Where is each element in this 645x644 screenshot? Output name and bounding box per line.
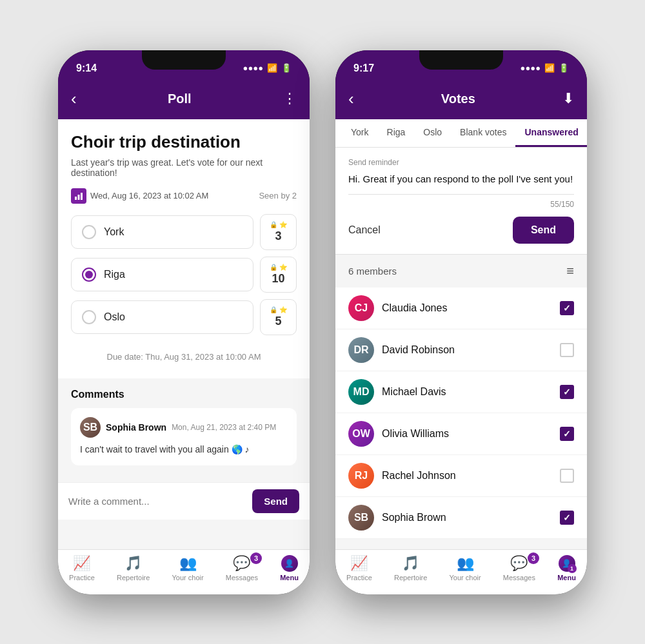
member-avatar-sophia: SB bbox=[348, 505, 374, 531]
nav-repertoire-label-1: Repertoire bbox=[117, 574, 150, 581]
seen-by: Seen by 2 bbox=[259, 191, 297, 200]
radio-oslo[interactable] bbox=[82, 310, 96, 324]
comment-input[interactable] bbox=[68, 496, 246, 507]
count-york: 🔒⭐ 3 bbox=[260, 214, 297, 250]
signal-icon: ●●●● bbox=[243, 63, 263, 73]
back-button[interactable]: ‹ bbox=[71, 89, 77, 109]
option-row-oslo[interactable]: Oslo 🔒⭐ 5 bbox=[71, 299, 297, 335]
reminder-actions: Cancel Send bbox=[348, 217, 574, 244]
svg-rect-1 bbox=[78, 195, 80, 200]
nav-repertoire-2[interactable]: 🎵 Repertoire bbox=[394, 555, 427, 581]
radio-york[interactable] bbox=[82, 225, 96, 239]
count-oslo-icons: 🔒⭐ bbox=[270, 306, 287, 313]
reminder-char-count: 55/150 bbox=[348, 200, 574, 209]
nav-choir-2[interactable]: 👥 Your choir bbox=[450, 555, 481, 581]
nav-repertoire-1[interactable]: 🎵 Repertoire bbox=[117, 555, 150, 581]
messages-badge-1: 3 bbox=[250, 552, 262, 564]
member-avatar-david: DR bbox=[348, 337, 374, 363]
count-riga: 🔒⭐ 10 bbox=[260, 257, 297, 293]
comment-avatar-1: SB bbox=[80, 417, 101, 438]
checkbox-sophia[interactable]: ✓ bbox=[560, 511, 574, 525]
member-name-olivia: Olivia Williams bbox=[382, 428, 449, 440]
checkbox-claudia[interactable]: ✓ bbox=[560, 301, 574, 315]
checkbox-david[interactable] bbox=[560, 343, 574, 357]
member-left-sophia: SB Sophia Brown bbox=[348, 505, 446, 531]
nav-choir-1[interactable]: 👥 Your choir bbox=[172, 555, 204, 581]
member-row-sophia: SB Sophia Brown ✓ bbox=[335, 497, 587, 539]
status-time-1: 9:14 bbox=[76, 63, 97, 74]
votes-scroll-content: Send reminder Hi. Great if you can respo… bbox=[335, 148, 587, 549]
checkbox-rachel[interactable] bbox=[560, 469, 574, 483]
member-avatar-olivia: OW bbox=[348, 421, 374, 447]
choir-icon: 👥 bbox=[179, 555, 197, 572]
status-time-2: 9:17 bbox=[353, 63, 374, 74]
nav-practice-1[interactable]: 📈 Practice bbox=[69, 555, 95, 581]
practice-icon: 📈 bbox=[73, 555, 90, 572]
member-left-david: DR David Robinson bbox=[348, 337, 455, 363]
messages-icon-1: 💬 bbox=[233, 555, 250, 572]
notch bbox=[142, 50, 226, 70]
bottom-nav-2: 📈 Practice 🎵 Repertoire 👥 Your choir 💬 3… bbox=[335, 549, 587, 594]
comments-section: Comments SB Sophia Brown Mon, Aug 21, 20… bbox=[58, 378, 310, 482]
page-title-1: Poll bbox=[168, 92, 192, 106]
checkbox-michael[interactable]: ✓ bbox=[560, 385, 574, 399]
cancel-button[interactable]: Cancel bbox=[348, 224, 381, 236]
nav-practice-label-1: Practice bbox=[69, 574, 95, 581]
wifi-icon-2: 📶 bbox=[544, 63, 555, 73]
votes-header: ‹ Votes ⬇ bbox=[335, 83, 587, 119]
tab-unanswered[interactable]: Unanswered bbox=[515, 119, 587, 147]
nav-choir-label-2: Your choir bbox=[450, 574, 481, 581]
nav-menu-label-1: Menu bbox=[280, 574, 299, 581]
count-york-icons: 🔒⭐ bbox=[270, 221, 287, 228]
poll-header: ‹ Poll ⋮ bbox=[58, 83, 310, 119]
nav-choir-label-1: Your choir bbox=[172, 574, 204, 581]
download-icon[interactable]: ⬇ bbox=[562, 90, 574, 107]
back-button-2[interactable]: ‹ bbox=[348, 89, 354, 109]
radio-riga[interactable] bbox=[82, 268, 96, 282]
members-header: 6 members ≡ bbox=[335, 255, 587, 288]
nav-messages-label-1: Messages bbox=[226, 574, 258, 581]
comment-send-button[interactable]: Send bbox=[252, 489, 299, 513]
tab-york[interactable]: York bbox=[342, 119, 378, 147]
tab-riga[interactable]: Riga bbox=[378, 119, 415, 147]
poll-title: Choir trip destination bbox=[71, 132, 297, 152]
status-icons-1: ●●●● 📶 🔋 bbox=[243, 63, 292, 73]
option-york[interactable]: York bbox=[71, 215, 253, 249]
option-riga[interactable]: Riga bbox=[71, 258, 253, 291]
battery-icon-2: 🔋 bbox=[559, 63, 569, 73]
svg-rect-2 bbox=[81, 193, 83, 200]
nav-messages-label-2: Messages bbox=[503, 574, 535, 581]
list-view-icon[interactable]: ≡ bbox=[566, 264, 574, 278]
poll-scroll-content: Choir trip destination Last year's trip … bbox=[58, 119, 310, 549]
option-oslo[interactable]: Oslo bbox=[71, 300, 253, 334]
member-name-michael: Michael Davis bbox=[382, 386, 446, 398]
nav-menu-1[interactable]: 👤 Menu bbox=[280, 555, 299, 581]
nav-messages-2[interactable]: 💬 3 Messages bbox=[503, 555, 535, 581]
phone-1: 9:14 ●●●● 📶 🔋 ‹ Poll ⋮ Choir trip destin… bbox=[58, 50, 310, 594]
option-row-york[interactable]: York 🔒⭐ 3 bbox=[71, 214, 297, 250]
nav-menu-2[interactable]: 👤 1 Menu bbox=[557, 555, 576, 581]
member-name-david: David Robinson bbox=[382, 344, 455, 356]
member-avatar-claudia: CJ bbox=[348, 295, 374, 321]
wifi-icon: 📶 bbox=[267, 63, 277, 73]
send-reminder-button[interactable]: Send bbox=[513, 217, 574, 244]
nav-practice-2[interactable]: 📈 Practice bbox=[346, 555, 372, 581]
svg-rect-0 bbox=[75, 197, 77, 200]
tab-blank-votes[interactable]: Blank votes bbox=[451, 119, 515, 147]
member-avatar-rachel: RJ bbox=[348, 463, 374, 489]
nav-messages-1[interactable]: 💬 3 Messages bbox=[226, 555, 258, 581]
nav-practice-label-2: Practice bbox=[346, 574, 372, 581]
member-left-olivia: OW Olivia Williams bbox=[348, 421, 449, 447]
member-avatar-michael: MD bbox=[348, 379, 374, 405]
more-menu-icon[interactable]: ⋮ bbox=[283, 90, 297, 107]
choir-icon-2: 👥 bbox=[457, 555, 474, 572]
page-title-2: Votes bbox=[441, 92, 475, 106]
checkbox-olivia[interactable]: ✓ bbox=[560, 427, 574, 441]
comment-card-1: SB Sophia Brown Mon, Aug 21, 2023 at 2:4… bbox=[71, 408, 297, 465]
tab-oslo[interactable]: Oslo bbox=[414, 119, 451, 147]
member-row-rachel: RJ Rachel Johnson bbox=[335, 455, 587, 497]
comment-time-1: Mon, Aug 21, 2023 at 2:40 PM bbox=[172, 423, 276, 432]
option-row-riga[interactable]: Riga 🔒⭐ 10 bbox=[71, 257, 297, 293]
comment-author-1: Sophia Brown bbox=[106, 422, 166, 433]
status-icons-2: ●●●● 📶 🔋 bbox=[521, 63, 569, 73]
